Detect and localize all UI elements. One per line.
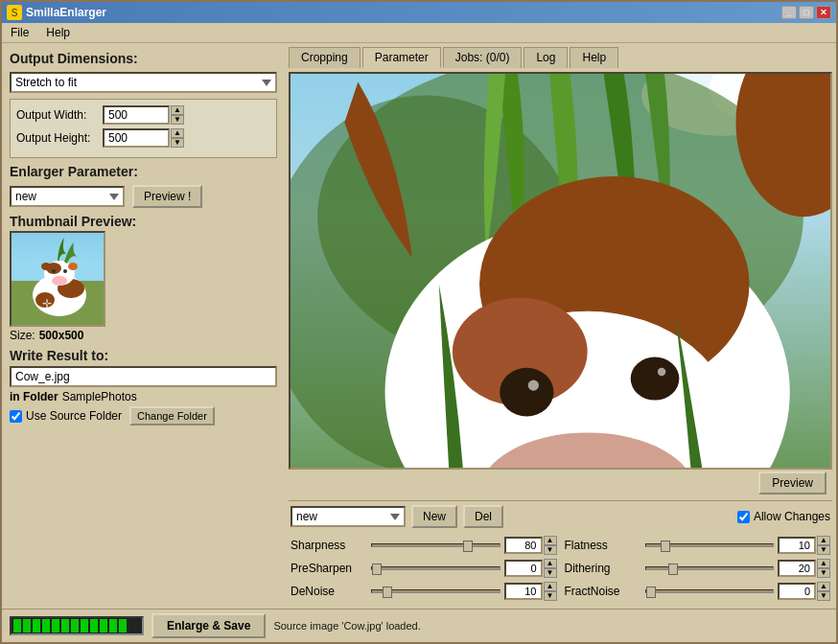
maximize-button[interactable]: □: [799, 6, 814, 19]
dithering-slider[interactable]: [645, 566, 775, 570]
width-label: Output Width:: [16, 108, 103, 122]
folder-row: in Folder SamplePhotos: [10, 390, 277, 403]
width-down-btn[interactable]: ▼: [171, 115, 184, 125]
write-section: Write Result to: in Folder SamplePhotos …: [10, 348, 277, 426]
presharpen-spinners: ▲ ▼: [544, 559, 557, 578]
param-sharpness: Sharpness ▲ ▼: [291, 536, 557, 555]
height-up-btn[interactable]: ▲: [171, 128, 184, 138]
fractnoise-up[interactable]: ▲: [817, 582, 830, 591]
preset-select[interactable]: new: [291, 506, 406, 527]
height-input[interactable]: [103, 128, 170, 148]
status-text: Source image 'Cow.jpg' loaded.: [273, 620, 420, 632]
svg-point-13: [63, 269, 67, 273]
menu-file[interactable]: File: [7, 25, 33, 40]
title-bar: S SmillaEnlarger _ □ ✕: [2, 2, 836, 23]
fractnoise-down[interactable]: ▼: [817, 591, 830, 601]
sharpness-slider[interactable]: [371, 543, 500, 547]
width-spinner-btns: ▲ ▼: [171, 105, 184, 125]
dithering-down[interactable]: ▼: [817, 568, 830, 578]
right-panel: Cropping Parameter Jobs: (0/0) Log Help: [285, 43, 836, 609]
height-label: Output Height:: [16, 131, 103, 145]
width-row: Output Width: ▲ ▼: [16, 105, 270, 125]
dimensions-box: Output Width: ▲ ▼ Output Height:: [10, 99, 277, 158]
width-up-btn[interactable]: ▲: [171, 105, 184, 115]
sharpness-value-wrapper: ▲ ▼: [504, 536, 557, 555]
bottom-controls: new New Del Allow Changes Sharpnes: [289, 500, 832, 605]
tab-help[interactable]: Help: [570, 47, 618, 68]
flatness-slider[interactable]: [645, 543, 775, 547]
svg-point-11: [52, 276, 67, 286]
param-preset-select[interactable]: new: [10, 186, 125, 207]
tab-parameter[interactable]: Parameter: [362, 47, 441, 68]
presharpen-slider[interactable]: [371, 566, 500, 570]
prog-1: [13, 619, 21, 632]
prog-12: [119, 619, 127, 632]
flatness-up[interactable]: ▲: [817, 536, 830, 545]
close-button[interactable]: ✕: [816, 6, 831, 19]
presharpen-down[interactable]: ▼: [544, 568, 557, 578]
svg-point-29: [631, 357, 680, 401]
fractnoise-label: FractNoise: [565, 585, 641, 598]
flatness-thumb[interactable]: [661, 540, 670, 552]
flatness-down[interactable]: ▼: [817, 545, 830, 555]
presharpen-up[interactable]: ▲: [544, 559, 557, 568]
sharpness-down[interactable]: ▼: [544, 545, 557, 555]
enlarge-save-button[interactable]: Enlarge & Save: [151, 613, 266, 638]
del-button[interactable]: Del: [463, 505, 503, 528]
progress-bar: [10, 616, 144, 635]
params-grid: Sharpness ▲ ▼: [289, 532, 832, 605]
denoise-up[interactable]: ▲: [544, 582, 557, 591]
flatness-value-wrapper: ▲ ▼: [778, 536, 830, 555]
denoise-value[interactable]: [504, 583, 543, 600]
minimize-button[interactable]: _: [781, 6, 797, 19]
main-content: Output Dimensions: Stretch to fit Output…: [2, 43, 836, 609]
flatness-value[interactable]: [778, 537, 816, 554]
denoise-spinners: ▲ ▼: [544, 582, 557, 601]
denoise-thumb[interactable]: [383, 586, 392, 598]
file-name-input[interactable]: [10, 366, 277, 387]
stretch-select[interactable]: Stretch to fit: [10, 72, 277, 93]
fractnoise-thumb[interactable]: [646, 586, 656, 598]
preview-button[interactable]: Preview !: [132, 185, 202, 208]
sharpness-value[interactable]: [504, 537, 543, 554]
prog-7: [71, 619, 79, 632]
sharpness-up[interactable]: ▲: [544, 536, 557, 545]
prog-9: [90, 619, 98, 632]
tab-cropping[interactable]: Cropping: [289, 47, 361, 68]
menu-help[interactable]: Help: [42, 25, 74, 40]
main-preview-button[interactable]: Preview: [758, 472, 826, 494]
tab-log[interactable]: Log: [524, 47, 568, 68]
width-spinner: ▲ ▼: [103, 105, 184, 125]
tab-jobs[interactable]: Jobs: (0/0): [443, 47, 523, 68]
folder-name: SamplePhotos: [62, 390, 137, 403]
param-row: new Preview !: [10, 185, 277, 208]
width-input[interactable]: [103, 105, 170, 125]
fractnoise-slider[interactable]: [645, 589, 775, 593]
svg-point-31: [658, 368, 665, 376]
presharpen-value[interactable]: [504, 560, 543, 577]
sharpness-spinners: ▲ ▼: [544, 536, 557, 555]
window-controls: _ □ ✕: [781, 6, 831, 19]
param-flatness: Flatness ▲ ▼: [565, 536, 831, 555]
dithering-thumb[interactable]: [668, 564, 678, 575]
height-down-btn[interactable]: ▼: [171, 138, 184, 148]
fractnoise-value[interactable]: [778, 583, 816, 600]
dithering-up[interactable]: ▲: [817, 559, 830, 568]
denoise-down[interactable]: ▼: [544, 591, 557, 601]
svg-point-10: [68, 263, 78, 270]
dithering-value[interactable]: [778, 560, 816, 577]
right-content: Preview new New Del Allow Changes: [289, 72, 832, 605]
sharpness-thumb[interactable]: [463, 540, 473, 552]
dithering-spinners: ▲ ▼: [817, 559, 830, 578]
use-source-folder-checkbox[interactable]: [10, 410, 22, 423]
sharpness-label: Sharpness: [291, 539, 367, 552]
denoise-slider[interactable]: [371, 589, 500, 593]
fractnoise-value-wrapper: ▲ ▼: [778, 582, 830, 601]
change-folder-button[interactable]: Change Folder: [129, 406, 215, 426]
preset-row: new New Del Allow Changes: [289, 501, 832, 532]
presharpen-thumb[interactable]: [372, 564, 382, 575]
flatness-label: Flatness: [565, 539, 641, 552]
thumbnail-title: Thumbnail Preview:: [10, 214, 277, 229]
allow-changes-checkbox[interactable]: [737, 511, 750, 523]
new-button[interactable]: New: [411, 505, 457, 528]
